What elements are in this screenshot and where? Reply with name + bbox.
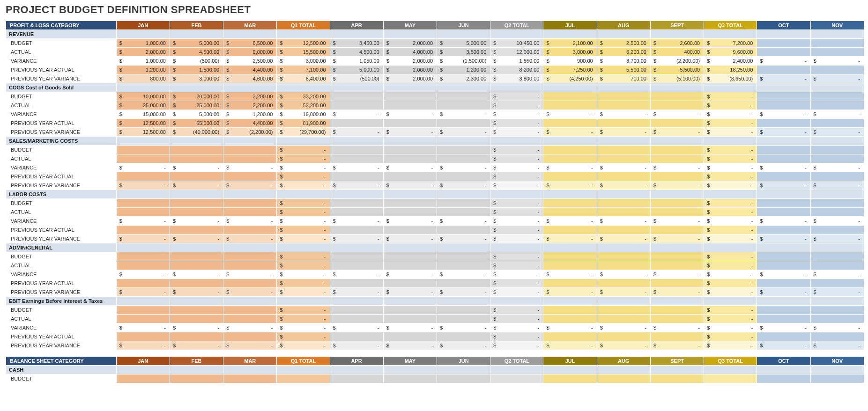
row-label[interactable]: VARIANCE [6,270,117,279]
data-cell[interactable] [116,279,170,288]
data-cell[interactable]: $- [277,261,330,270]
data-cell[interactable] [597,261,650,270]
data-cell[interactable]: $- [650,341,704,350]
data-cell[interactable]: $5,000.00 [330,66,383,74]
data-cell[interactable] [170,332,223,341]
data-cell[interactable]: $2,300.00 [437,74,490,83]
data-cell[interactable] [170,208,223,217]
data-cell[interactable]: $- [810,163,864,172]
column-header[interactable]: JAN [116,21,170,30]
row-label[interactable]: ACTUAL [6,315,117,323]
data-cell[interactable] [170,154,223,163]
data-cell[interactable] [383,119,437,128]
data-cell[interactable]: $- [277,270,330,279]
data-cell[interactable]: $- [170,341,223,350]
data-cell[interactable]: $- [810,341,864,350]
column-header[interactable]: SEPT [650,21,704,30]
data-cell[interactable]: $(2,200.00) [650,57,704,66]
data-cell[interactable] [223,146,277,154]
data-cell[interactable]: $- [704,332,757,341]
data-cell[interactable] [757,332,810,341]
data-cell[interactable] [223,306,277,315]
column-header[interactable]: NOV [810,21,864,30]
data-cell[interactable] [597,119,650,128]
data-cell[interactable]: $- [437,128,490,137]
data-cell[interactable]: $- [543,341,597,350]
data-cell[interactable]: $5,000.00 [170,110,223,119]
row-label[interactable]: PREVIOUS YEAR VARIANCE [6,128,117,137]
data-cell[interactable]: $- [490,163,543,172]
data-cell[interactable] [810,146,864,154]
data-cell[interactable]: $- [757,323,810,332]
data-cell[interactable]: $18,250.00 [704,66,757,74]
data-cell[interactable]: $- [543,128,597,137]
data-cell[interactable] [810,252,864,261]
data-cell[interactable] [170,226,223,235]
data-cell[interactable]: $- [490,306,543,315]
data-cell[interactable] [437,146,490,154]
data-cell[interactable] [116,226,170,235]
data-cell[interactable]: $- [597,288,650,297]
data-cell[interactable]: $2,000.00 [383,66,437,74]
data-cell[interactable] [810,66,864,74]
data-cell[interactable] [437,92,490,101]
data-cell[interactable]: $- [757,235,810,243]
data-cell[interactable] [437,119,490,128]
data-cell[interactable]: $12,500.00 [116,128,170,137]
data-cell[interactable]: $- [383,235,437,243]
data-cell[interactable]: $1,000.00 [116,39,170,48]
data-cell[interactable]: $- [116,163,170,172]
data-cell[interactable]: $- [810,323,864,332]
data-cell[interactable]: $- [170,163,223,172]
data-cell[interactable]: $- [170,235,223,243]
data-cell[interactable] [650,92,704,101]
data-cell[interactable]: $- [810,270,864,279]
data-cell[interactable]: $- [490,208,543,217]
data-cell[interactable]: $5,500.00 [597,66,650,74]
data-cell[interactable] [543,306,597,315]
data-cell[interactable]: $12,000.00 [490,48,543,57]
row-label[interactable]: PREVIOUS YEAR ACTUAL [6,119,117,128]
data-cell[interactable]: $- [277,154,330,163]
data-cell[interactable]: $- [757,163,810,172]
data-cell[interactable] [170,199,223,208]
data-cell[interactable] [650,199,704,208]
data-cell[interactable] [383,101,437,110]
data-cell[interactable] [330,172,383,181]
data-cell[interactable]: $3,500.00 [437,48,490,57]
data-cell[interactable] [330,332,383,341]
data-cell[interactable] [116,154,170,163]
data-cell[interactable]: $3,800.00 [490,74,543,83]
data-cell[interactable] [437,332,490,341]
data-cell[interactable]: $(4,250.00) [543,74,597,83]
data-cell[interactable] [383,154,437,163]
data-cell[interactable] [597,92,650,101]
data-cell[interactable]: $(2,200.00) [223,128,277,137]
column-header[interactable]: NOV [810,357,864,366]
data-cell[interactable] [543,92,597,101]
data-cell[interactable]: $- [223,270,277,279]
data-cell[interactable]: $3,200.00 [223,92,277,101]
data-cell[interactable] [437,315,490,323]
row-label[interactable]: ACTUAL [6,154,117,163]
data-cell[interactable]: $- [704,235,757,243]
data-cell[interactable]: $7,100.00 [277,66,330,74]
data-cell[interactable] [116,306,170,315]
data-cell[interactable] [116,261,170,270]
data-cell[interactable]: $- [704,252,757,261]
data-cell[interactable] [437,172,490,181]
data-cell[interactable]: $- [704,163,757,172]
data-cell[interactable] [650,208,704,217]
data-cell[interactable] [223,261,277,270]
data-cell[interactable]: $- [330,323,383,332]
data-cell[interactable] [543,199,597,208]
data-cell[interactable]: $4,500.00 [330,48,383,57]
row-label[interactable]: PREVIOUS YEAR ACTUAL [6,172,117,181]
data-cell[interactable]: $- [757,217,810,226]
data-cell[interactable]: $- [704,261,757,270]
data-cell[interactable]: $3,000.00 [543,48,597,57]
data-cell[interactable]: $- [543,163,597,172]
data-cell[interactable]: $(8,650.00) [704,74,757,83]
row-label[interactable]: BUDGET [6,92,117,101]
data-cell[interactable]: $15,500.00 [277,48,330,57]
